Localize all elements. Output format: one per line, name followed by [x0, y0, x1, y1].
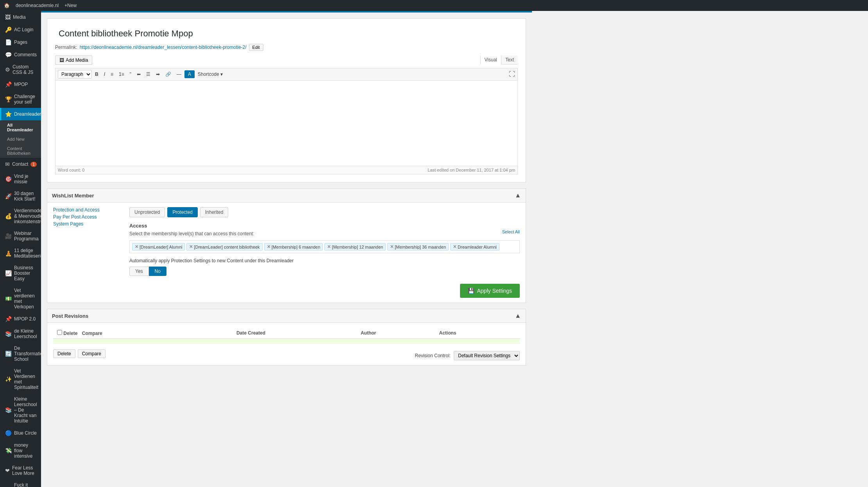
sidebar-item-kleine-leerschool[interactable]: 📚 de Kleine Leerschool — [0, 325, 41, 342]
remove-tag-membership-12[interactable]: ✕ — [327, 244, 331, 249]
permalink-edit-button[interactable]: Edit — [249, 44, 263, 51]
submenu-add-new[interactable]: Add New — [0, 134, 41, 144]
sidebar-item-label: money flow intensive — [14, 442, 37, 459]
submenu-all-dreamleader[interactable]: All Dreamleader — [0, 120, 41, 134]
tag-membership-36: ✕ [Membership] 36 maanden — [387, 243, 449, 251]
sidebar-item-vind-je-missie[interactable]: 🎯 Vind je missie — [0, 170, 41, 188]
wishlist-content: Protection and Access Pay Per Post Acces… — [47, 202, 526, 303]
align-right-button[interactable]: ➡ — [154, 70, 162, 79]
protection-access-link[interactable]: Protection and Access — [53, 207, 123, 213]
revision-control-label: Revision Control: — [415, 353, 451, 358]
sidebar-item-blue-circle[interactable]: 🔵 Blue Circle — [0, 427, 41, 439]
delete-revision-button[interactable]: Delete — [53, 349, 75, 358]
sidebar-item-label: 11 delige Meditatieserie — [14, 248, 41, 259]
sidebar-item-custom-css-js[interactable]: ⚙ Custom CSS & JS — [0, 61, 41, 78]
paragraph-select[interactable]: Paragraph — [58, 70, 92, 79]
sidebar-item-media[interactable]: 🖼 Media — [0, 11, 41, 23]
visual-tab[interactable]: Visual — [480, 56, 501, 64]
tab-protected[interactable]: Protected — [167, 207, 197, 217]
shortcode-button[interactable]: Shortcode ▾ — [195, 70, 225, 79]
sidebar-item-verdienmodellen[interactable]: 💰 Verdienmodellen & Meervoudige inkomste… — [0, 205, 41, 227]
auto-apply-section: Automatically apply Protection Settings … — [129, 258, 520, 276]
collapse-icon[interactable]: ▲ — [515, 192, 521, 199]
link-button[interactable]: 🔗 — [163, 70, 174, 79]
meditatie-icon: 🧘 — [5, 250, 12, 256]
tag-membership-6: ✕ [Membership] 6 maanden — [264, 243, 323, 251]
post-revisions-header[interactable]: Post Revisions ▲ — [47, 309, 526, 323]
sidebar-item-vet-verdienen[interactable]: 💵 Vet verdienen met Verkopen — [0, 285, 41, 313]
sidebar-item-vet-spiritualiteit[interactable]: ✨ Vet Verdienen met Spiritualiteit — [0, 365, 41, 393]
table-row — [53, 339, 520, 344]
apply-settings-container: 💾 Apply Settings — [129, 280, 520, 298]
permalink-row: Permalink: https://deonlineacademie.nl/d… — [55, 44, 518, 51]
sidebar-item-challenge[interactable]: 🏆 Challenge your self — [0, 91, 41, 108]
select-all-link[interactable]: Select All — [502, 229, 520, 234]
sidebar-item-fuck-it[interactable]: 💡 Fuck it Shine your Light — [0, 479, 41, 487]
sidebar-item-contact[interactable]: ✉ Contact 1 — [0, 158, 41, 170]
sidebar-item-label: Webinar Programma — [14, 231, 39, 242]
sidebar-item-business-booster[interactable]: 📈 Business Booster Easy — [0, 262, 41, 285]
align-center-button[interactable]: ☰ — [144, 70, 153, 79]
sidebar-item-transformatie[interactable]: 🔄 De Transformatie School — [0, 342, 41, 365]
yes-button[interactable]: Yes — [129, 267, 149, 276]
sidebar-item-mpop[interactable]: 📌 MPOP — [0, 78, 41, 91]
bold-button[interactable]: B — [93, 70, 101, 79]
tab-inherited[interactable]: Inherited — [200, 207, 229, 217]
sidebar-item-pages[interactable]: 📄 Pages — [0, 36, 41, 48]
revision-control-select[interactable]: Default Revision Settings — [454, 351, 520, 360]
sidebar-item-kleine-leerschool-2[interactable]: 📚 Kleine Leerschool – De Kracht van Intu… — [0, 393, 41, 427]
italic-button[interactable]: I — [102, 70, 107, 79]
wishlist-member-box: WishList Member ▲ Protection and Access … — [47, 188, 526, 303]
ordered-list-button[interactable]: 1≡ — [116, 70, 127, 79]
add-media-button[interactable]: 🖼 Add Media — [55, 56, 92, 65]
wishlist-row: Protection and Access Pay Per Post Acces… — [53, 207, 520, 298]
text-color-button[interactable]: A — [184, 70, 195, 78]
fullscreen-button[interactable]: ⛶ — [509, 71, 515, 78]
sidebar-item-comments[interactable]: 💬 Comments — [0, 48, 41, 61]
mpop-icon: 📌 — [5, 81, 12, 88]
unordered-list-button[interactable]: ≡ — [108, 70, 116, 79]
remove-tag-dreamleader-content[interactable]: ✕ — [189, 244, 193, 249]
revisions-collapse-icon[interactable]: ▲ — [515, 312, 521, 319]
select-all-checkbox[interactable] — [57, 330, 62, 335]
permalink-url[interactable]: https://deonlineacademie.nl/dreamleader_… — [80, 45, 247, 50]
sidebar-item-label: Pages — [14, 39, 27, 45]
challenge-icon: 🏆 — [5, 96, 12, 102]
compare-revision-button[interactable]: Compare — [78, 349, 106, 358]
remove-tag-dreamleader-alumni-2[interactable]: ✕ — [453, 244, 456, 249]
system-pages-link[interactable]: System Pages — [53, 221, 123, 227]
editor-area[interactable] — [55, 80, 518, 166]
protection-tabs: Unprotected Protected Inherited — [129, 207, 520, 217]
sidebar-item-mpop-2[interactable]: 📌 MPOP 2.0 — [0, 313, 41, 325]
sidebar-item-11-delige[interactable]: 🧘 11 delige Meditatieserie — [0, 245, 41, 262]
sidebar-item-webinar[interactable]: 🎥 Webinar Programma — [0, 227, 41, 245]
submenu-content-bibliotheken[interactable]: Content Bibliotheken — [0, 144, 41, 158]
tab-unprotected[interactable]: Unprotected — [129, 207, 165, 217]
blockquote-button[interactable]: " — [127, 70, 134, 79]
wishlist-member-header[interactable]: WishList Member ▲ — [47, 189, 526, 202]
sidebar-item-dreamleader[interactable]: ⭐ Dreamleader — [0, 108, 41, 120]
remove-tag-membership-36[interactable]: ✕ — [390, 244, 394, 249]
membership-tags: ✕ [DreamLeader] Alumni ✕ [DreamLeader] c… — [129, 240, 520, 253]
sidebar-item-label: Contact — [12, 161, 28, 167]
more-button[interactable]: — — [174, 70, 184, 79]
sidebar-item-fear-less[interactable]: ❤ Fear Less Love More — [0, 462, 41, 479]
remove-tag-dreamleader-alumni[interactable]: ✕ — [135, 244, 138, 249]
page-title-input[interactable] — [55, 27, 518, 41]
sidebar-item-label: Kleine Leerschool – De Kracht van Intuït… — [14, 396, 37, 424]
css-icon: ⚙ — [5, 66, 10, 73]
sidebar-item-ac-login[interactable]: 🔑 AC Login — [0, 23, 41, 36]
remove-tag-membership-6[interactable]: ✕ — [267, 244, 270, 249]
revisions-title: Post Revisions — [52, 313, 88, 319]
align-left-button[interactable]: ⬅ — [134, 70, 143, 79]
pay-per-post-link[interactable]: Pay Per Post Access — [53, 214, 123, 220]
apply-settings-button[interactable]: 💾 Apply Settings — [460, 284, 520, 298]
word-count: Word count: 0 — [58, 168, 84, 172]
sidebar-item-money-flow[interactable]: 💸 money flow intensive — [0, 439, 41, 462]
no-button[interactable]: No — [149, 267, 166, 276]
sidebar-item-30-dagen[interactable]: 🚀 30 dagen Kick Start! — [0, 188, 41, 205]
sidebar: 🖼 Media 🔑 AC Login 📄 Pages 💬 Comments ⚙ … — [0, 11, 41, 487]
text-tab[interactable]: Text — [501, 56, 518, 64]
dreamleader-icon: ⭐ — [5, 111, 12, 117]
revision-control-row: Revision Control: Default Revision Setti… — [415, 351, 520, 360]
